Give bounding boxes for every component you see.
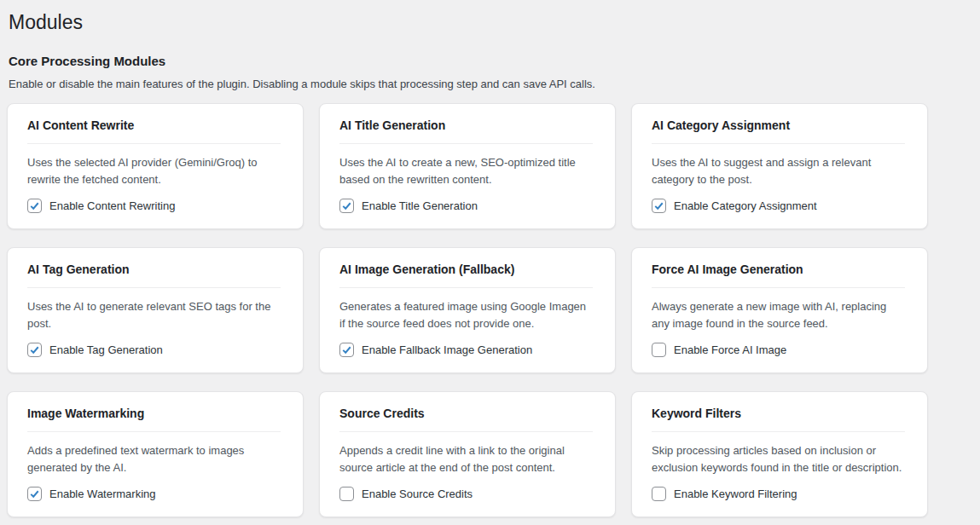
enable-keyword-filtering-toggle[interactable]: Enable Keyword Filtering	[652, 476, 797, 501]
checkbox-icon[interactable]	[339, 343, 354, 357]
checkbox-label: Enable Force AI Image	[674, 343, 786, 356]
module-description: Adds a predefined text watermark to imag…	[27, 442, 281, 476]
title-divider	[652, 431, 905, 432]
checkbox-icon[interactable]	[339, 199, 354, 213]
check-icon	[653, 200, 664, 211]
title-divider	[339, 287, 593, 288]
module-card-ai-tag-generation: AI Tag Generation Uses the AI to generat…	[7, 247, 304, 373]
module-description: Uses the AI to create a new, SEO-optimiz…	[339, 154, 593, 188]
enable-watermarking-toggle[interactable]: Enable Watermarking	[27, 476, 156, 501]
module-title: Keyword Filters	[652, 407, 905, 420]
module-description: Uses the AI to generate relevant SEO tag…	[27, 298, 281, 332]
module-card-ai-title-generation: AI Title Generation Uses the AI to creat…	[319, 103, 616, 229]
module-title: AI Title Generation	[339, 118, 593, 132]
module-title: Image Watermarking	[27, 407, 281, 420]
enable-content-rewriting-toggle[interactable]: Enable Content Rewriting	[27, 188, 175, 213]
title-divider	[27, 287, 281, 288]
check-icon	[341, 344, 352, 355]
check-icon	[341, 200, 352, 211]
module-card-keyword-filters: Keyword Filters Skip processing articles…	[631, 391, 928, 517]
enable-title-generation-toggle[interactable]: Enable Title Generation	[339, 188, 478, 213]
checkbox-label: Enable Category Assignment	[674, 199, 817, 212]
module-description: Uses the selected AI provider (Gemini/Gr…	[27, 154, 281, 188]
module-card-image-watermarking: Image Watermarking Adds a predefined tex…	[7, 391, 304, 517]
module-title: AI Image Generation (Fallback)	[339, 262, 593, 276]
checkbox-icon[interactable]	[652, 343, 666, 357]
module-description: Generates a featured image using Google …	[339, 298, 593, 332]
enable-tag-generation-toggle[interactable]: Enable Tag Generation	[27, 332, 163, 357]
checkbox-label: Enable Keyword Filtering	[674, 488, 797, 500]
enable-source-credits-toggle[interactable]: Enable Source Credits	[339, 476, 473, 501]
checkbox-label: Enable Tag Generation	[49, 343, 163, 356]
module-card-ai-content-rewrite: AI Content Rewrite Uses the selected AI …	[7, 103, 304, 229]
enable-category-assignment-toggle[interactable]: Enable Category Assignment	[652, 188, 817, 213]
checkbox-label: Enable Content Rewriting	[49, 199, 175, 212]
checkbox-label: Enable Fallback Image Generation	[362, 343, 532, 356]
module-description: Appends a credit line with a link to the…	[339, 442, 593, 476]
module-title: Source Credits	[339, 407, 593, 420]
module-description: Skip processing articles based on inclus…	[652, 442, 905, 476]
title-divider	[652, 143, 905, 144]
check-icon	[29, 488, 40, 499]
section-title: Core Processing Modules	[9, 54, 980, 68]
module-description: Always generate a new image with AI, rep…	[652, 298, 905, 332]
module-card-force-ai-image-generation: Force AI Image Generation Always generat…	[631, 247, 928, 373]
checkbox-icon[interactable]	[652, 487, 666, 501]
module-title: AI Category Assignment	[652, 118, 905, 132]
title-divider	[652, 287, 905, 288]
module-description: Uses the AI to suggest and assign a rele…	[652, 154, 905, 188]
enable-force-ai-image-toggle[interactable]: Enable Force AI Image	[652, 332, 786, 357]
checkbox-icon[interactable]	[27, 343, 42, 357]
checkbox-label: Enable Watermarking	[49, 488, 156, 500]
module-title: AI Content Rewrite	[27, 118, 281, 132]
module-title: Force AI Image Generation	[652, 262, 905, 276]
module-title: AI Tag Generation	[27, 262, 281, 276]
section-description: Enable or disable the main features of t…	[9, 78, 980, 90]
modules-grid: AI Content Rewrite Uses the selected AI …	[7, 103, 928, 518]
title-divider	[27, 143, 281, 144]
title-divider	[339, 431, 593, 432]
checkbox-icon[interactable]	[27, 199, 42, 213]
module-card-ai-image-generation-fallback: AI Image Generation (Fallback) Generates…	[319, 247, 616, 373]
checkbox-label: Enable Source Credits	[362, 488, 473, 500]
modules-settings-page: Modules Core Processing Modules Enable o…	[0, 0, 980, 525]
enable-fallback-image-generation-toggle[interactable]: Enable Fallback Image Generation	[339, 332, 532, 357]
checkbox-icon[interactable]	[339, 487, 354, 501]
title-divider	[339, 143, 593, 144]
module-card-source-credits: Source Credits Appends a credit line wit…	[319, 391, 616, 517]
title-divider	[27, 431, 281, 432]
checkbox-icon[interactable]	[652, 199, 666, 213]
page-title: Modules	[9, 11, 980, 35]
module-card-ai-category-assignment: AI Category Assignment Uses the AI to su…	[631, 103, 928, 229]
checkbox-label: Enable Title Generation	[362, 199, 478, 212]
checkbox-icon[interactable]	[27, 487, 42, 501]
check-icon	[29, 200, 40, 211]
check-icon	[29, 344, 40, 355]
